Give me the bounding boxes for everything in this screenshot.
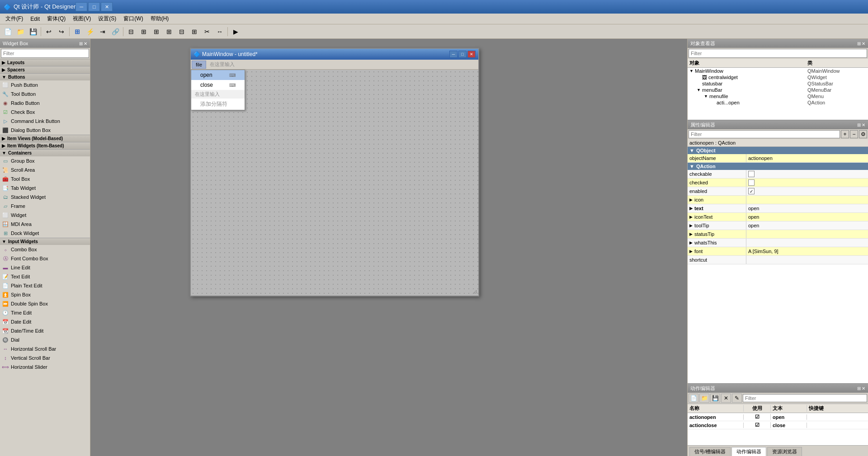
prop-row-objectname[interactable]: objectName actionopen: [688, 154, 868, 163]
action-filter-input[interactable]: [743, 394, 867, 402]
layout-grid-button[interactable]: ⊞: [151, 26, 162, 37]
close-button[interactable]: ✕: [101, 2, 113, 11]
action-editor-float[interactable]: ⊞: [857, 386, 861, 391]
widget-item-pushbutton[interactable]: ⬜ Push Button: [0, 80, 90, 89]
menu-window[interactable]: 窗口(W): [120, 14, 146, 24]
mw-minimize[interactable]: ─: [449, 51, 458, 58]
tree-row-actionopen[interactable]: acti...open QAction: [688, 99, 868, 106]
dropdown-close[interactable]: close ⌨: [191, 80, 245, 90]
prop-row-icon[interactable]: ▶icon: [688, 196, 868, 204]
dropdown-add-separator[interactable]: 添加分隔符: [191, 99, 245, 110]
action-editor-close[interactable]: ✕: [862, 386, 865, 391]
checkable-checkbox[interactable]: [748, 171, 755, 177]
action-save-button[interactable]: 💾: [710, 394, 720, 403]
canvas-area[interactable]: 🔷 MainWindow - untitled* ─ □ ✕ file 在这里输…: [90, 39, 687, 456]
mw-menu-file[interactable]: file: [192, 61, 206, 69]
prop-row-whatsthis[interactable]: ▶whatsThis: [688, 239, 868, 247]
action-open-button[interactable]: 📁: [699, 394, 709, 403]
widget-item-lineedit[interactable]: ▬ Line Edit: [0, 263, 90, 272]
widget-item-frame[interactable]: ▱ Frame: [0, 202, 90, 211]
category-containers[interactable]: ▼ Containers: [0, 149, 90, 156]
widget-item-groupbox[interactable]: ▭ Group Box: [0, 156, 90, 165]
tab-order-button[interactable]: ⇥: [97, 26, 108, 37]
action-row-close[interactable]: actionclose ☑ close: [688, 421, 868, 429]
widget-item-hscrollbar[interactable]: ↔ Horizontal Scroll Bar: [0, 344, 90, 353]
action-delete-button[interactable]: ✕: [721, 394, 731, 403]
layout-v-button[interactable]: ⊞: [138, 26, 150, 37]
widget-item-combobox[interactable]: ⬦ Combo Box: [0, 245, 90, 254]
category-inputwidgets[interactable]: ▼ Input Widgets: [0, 238, 90, 245]
prop-row-checkable[interactable]: checkable: [688, 170, 868, 179]
category-layouts[interactable]: ▶ Layouts: [0, 59, 90, 66]
layout-h-button[interactable]: ⊟: [125, 26, 137, 37]
new-button[interactable]: 📄: [2, 26, 14, 37]
widget-item-widget[interactable]: ⬜ Widget: [0, 211, 90, 220]
prop-row-tooltip[interactable]: ▶toolTip open: [688, 221, 868, 230]
category-spacers[interactable]: ▶ Spacers: [0, 66, 90, 73]
tree-row-menubar[interactable]: ▼ menuBar QMenuBar: [688, 87, 868, 93]
prop-row-font[interactable]: ▶font A [SimSun, 9]: [688, 247, 868, 256]
preview-button[interactable]: ▶: [230, 26, 241, 37]
widget-item-vscrollbar[interactable]: ↕ Vertical Scroll Bar: [0, 353, 90, 362]
tab-resource-browser[interactable]: 资源浏览器: [767, 447, 802, 456]
save-button[interactable]: 💾: [27, 26, 39, 37]
tab-action-editor[interactable]: 动作编辑器: [731, 447, 766, 456]
mw-close[interactable]: ✕: [467, 51, 476, 58]
menu-form[interactable]: 窗体(Q): [43, 14, 69, 24]
prop-filter-input[interactable]: [689, 130, 840, 138]
prop-row-enabled[interactable]: enabled: [688, 187, 868, 196]
minimize-button[interactable]: ─: [75, 2, 87, 11]
category-itemwidgets[interactable]: ▶ Item Widgets (Item-Based): [0, 142, 90, 149]
layout-form-button[interactable]: ⊞: [163, 26, 175, 37]
category-buttons[interactable]: ▼ Buttons: [0, 73, 90, 80]
prop-row-icontext[interactable]: ▶iconText open: [688, 213, 868, 221]
tree-row-mainwindow[interactable]: ▼ MainWindow QMainWindow: [688, 68, 868, 74]
menu-edit[interactable]: Edit: [27, 15, 43, 23]
widget-item-dockwidget[interactable]: ⊞ Dock Widget: [0, 229, 90, 238]
widget-item-toolbox[interactable]: 🧰 Tool Box: [0, 174, 90, 183]
widget-item-doublespinbox[interactable]: ⏩ Double Spin Box: [0, 299, 90, 308]
category-itemviews[interactable]: ▶ Item Views (Model-Based): [0, 135, 90, 142]
break-layout-button[interactable]: ✂: [201, 26, 213, 37]
widget-box-float[interactable]: ⊞: [79, 41, 83, 46]
menu-file[interactable]: 文件(F): [2, 14, 27, 24]
widget-item-scrollarea[interactable]: 📜 Scroll Area: [0, 165, 90, 174]
widget-item-checkbox[interactable]: ☑ Check Box: [0, 108, 90, 117]
prop-row-statustip[interactable]: ▶statusTip: [688, 230, 868, 239]
checked-checkbox[interactable]: [748, 179, 755, 186]
widget-item-toolbutton[interactable]: 🔧 Tool Button: [0, 89, 90, 99]
mw-maximize[interactable]: □: [458, 51, 467, 58]
layout-v-split-button[interactable]: ⊞: [189, 26, 200, 37]
widget-item-radiobutton[interactable]: ◉ Radio Button: [0, 99, 90, 108]
undo-button[interactable]: ↩: [43, 26, 55, 37]
action-edit-button[interactable]: ✎: [732, 394, 742, 403]
prop-config-button[interactable]: ⚙: [859, 130, 867, 138]
widget-item-textedit[interactable]: 📝 Text Edit: [0, 272, 90, 281]
widget-item-tabwidget[interactable]: 📑 Tab Widget: [0, 183, 90, 193]
open-button[interactable]: 📁: [14, 26, 26, 37]
widget-search-input[interactable]: [1, 49, 89, 58]
layout-h-split-button[interactable]: ⊟: [176, 26, 188, 37]
object-inspector-float[interactable]: ⊞: [857, 41, 861, 46]
menu-view[interactable]: 视图(V): [69, 14, 94, 24]
enabled-checkbox[interactable]: [748, 188, 755, 194]
action-row-open[interactable]: actionopen ☑ open: [688, 413, 868, 421]
maximize-button[interactable]: □: [88, 2, 100, 11]
object-filter-input[interactable]: [689, 49, 867, 58]
redo-button[interactable]: ↪: [56, 26, 67, 37]
widget-item-spinbox[interactable]: ⏫ Spin Box: [0, 290, 90, 299]
widget-item-fontcombobox[interactable]: Ⓐ Font Combo Box: [0, 254, 90, 263]
prop-row-checked[interactable]: checked: [688, 179, 868, 187]
menu-settings[interactable]: 设置(S): [94, 14, 120, 24]
widget-item-hslider[interactable]: ⟺ Horizontal Slider: [0, 362, 90, 371]
adjust-size-button[interactable]: ↔: [214, 26, 226, 37]
widget-item-dateedit[interactable]: 📅 Date Edit: [0, 317, 90, 326]
widget-box-close[interactable]: ✕: [84, 41, 87, 46]
dropdown-open[interactable]: open ⌨: [191, 70, 245, 80]
property-editor-float[interactable]: ⊞: [857, 122, 861, 127]
prop-remove-button[interactable]: −: [850, 130, 858, 138]
prop-row-text[interactable]: ▶text open: [688, 204, 868, 213]
dropdown-type-hint[interactable]: 在这里输入: [191, 90, 245, 99]
buddy-button[interactable]: 🔗: [109, 26, 121, 37]
prop-row-shortcut[interactable]: shortcut: [688, 256, 868, 264]
